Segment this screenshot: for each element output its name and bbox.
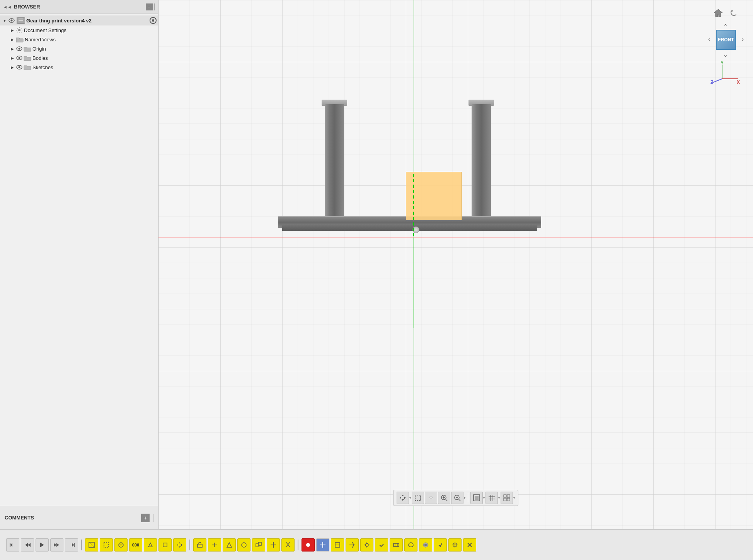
display-mode-btn[interactable]	[470, 492, 483, 504]
anim-tool-17-btn[interactable]	[360, 538, 373, 552]
anim-tool-3-btn[interactable]	[114, 538, 128, 552]
undo-btn[interactable]	[728, 8, 739, 20]
tree-item-document-settings[interactable]: ▶ Document Settings	[0, 25, 158, 35]
zoom-fit-dropdown[interactable]: ▾	[464, 496, 465, 500]
anim-play-btn[interactable]	[36, 538, 49, 552]
anim-tool-counter-btn[interactable]: 000	[129, 538, 142, 552]
zoom-btn[interactable]	[438, 492, 450, 504]
svg-marker-56	[148, 543, 152, 547]
display-mode-dropdown[interactable]: ▾	[483, 496, 485, 500]
viewport[interactable]: FRONT ‹ › ⌃ ⌄ Y	[158, 0, 753, 529]
anim-tool-2-btn[interactable]	[100, 538, 113, 552]
comments-separator	[153, 514, 153, 522]
cube-arrow-down[interactable]: ⌄	[723, 51, 728, 58]
anim-record-btn[interactable]	[302, 538, 315, 552]
anim-tool-20-btn[interactable]	[404, 538, 417, 552]
eye-icon-origin[interactable]	[15, 46, 23, 52]
home-btn[interactable]	[713, 8, 724, 20]
anim-tool-10-btn[interactable]	[223, 538, 236, 552]
anim-tool-18-btn[interactable]	[375, 538, 388, 552]
anim-next-btn[interactable]	[50, 538, 63, 552]
axis-svg: Y Z X	[710, 61, 741, 85]
svg-marker-44	[28, 543, 31, 547]
anim-tool-15-btn[interactable]	[331, 538, 344, 552]
comments-add-btn[interactable]: +	[141, 514, 150, 522]
root-item-row[interactable]: ▼ Gear thng print version4 v2	[0, 15, 158, 25]
browser-actions: –	[146, 3, 155, 10]
base-bottom	[282, 224, 537, 231]
svg-point-1	[11, 20, 13, 22]
anim-tool-blue1-btn[interactable]	[316, 538, 329, 552]
cube-arrow-up[interactable]: ⌃	[723, 23, 728, 30]
anim-tool-13-btn[interactable]	[267, 538, 280, 552]
transform-btn[interactable]	[397, 492, 409, 504]
root-label: Gear thng print version4 v2	[26, 18, 150, 24]
svg-rect-32	[475, 496, 479, 500]
cube-arrow-left[interactable]: ‹	[708, 36, 710, 43]
anim-go-start-btn[interactable]	[6, 538, 19, 552]
eye-icon-bodies[interactable]	[15, 55, 23, 61]
origin-dot	[412, 226, 419, 233]
anim-tool-select-btn[interactable]	[85, 538, 98, 552]
cube-face-front[interactable]: FRONT	[716, 30, 736, 50]
view-cube-body: FRONT ‹ › ⌃ ⌄	[707, 21, 745, 60]
box-select-btn[interactable]	[412, 492, 424, 504]
cube-arrow-right[interactable]: ›	[742, 36, 744, 43]
tree-item-named-views[interactable]: ▶ Named Views	[0, 35, 158, 44]
svg-marker-45	[40, 543, 44, 547]
folder-icon-sketches	[23, 64, 32, 71]
tree-item-sketches[interactable]: ▶ Sketches	[0, 63, 158, 72]
main-area: ◄◄ BROWSER – ▼	[0, 0, 753, 529]
anim-tool-6-btn[interactable]	[158, 538, 172, 552]
transform-btn-group: ▾	[397, 492, 411, 504]
grid-background	[158, 0, 753, 529]
root-eye-icon[interactable]	[8, 17, 15, 24]
anim-tool-23-btn[interactable]	[448, 538, 462, 552]
grid-btn[interactable]	[486, 492, 498, 504]
grid-dropdown[interactable]: ▾	[498, 496, 500, 500]
anim-tool-5-btn[interactable]	[144, 538, 157, 552]
anim-tool-22-btn[interactable]	[434, 538, 447, 552]
root-expand-btn[interactable]: ▼	[2, 17, 8, 24]
anim-tool-19-btn[interactable]	[390, 538, 403, 552]
anim-tool-12-btn[interactable]	[252, 538, 265, 552]
svg-point-74	[424, 544, 427, 546]
item-label-bodies: Bodies	[32, 55, 48, 61]
browser-minimize-btn[interactable]: –	[146, 3, 153, 10]
svg-point-62	[306, 543, 310, 547]
svg-point-7	[19, 48, 20, 50]
transform-dropdown-arrow[interactable]: ▾	[409, 496, 411, 500]
grid-group: ▾	[486, 492, 500, 504]
anim-tool-14-btn[interactable]	[281, 538, 295, 552]
anim-tool-21-btn[interactable]	[419, 538, 432, 552]
expand-btn-origin[interactable]: ▶	[9, 46, 15, 52]
svg-text:Z: Z	[710, 80, 713, 85]
anim-tool-24-btn[interactable]	[463, 538, 476, 552]
toolbar-sep-1	[468, 493, 468, 502]
anim-tool-9-btn[interactable]	[208, 538, 221, 552]
axis-vertical	[414, 0, 414, 529]
folder-icon-origin	[23, 45, 32, 52]
pan-btn[interactable]	[425, 492, 437, 504]
browser-collapse-btn[interactable]: ◄◄	[3, 5, 12, 9]
expand-btn-named-views[interactable]: ▶	[9, 36, 15, 42]
expand-btn-document-settings[interactable]: ▶	[9, 27, 15, 33]
svg-marker-43	[25, 543, 28, 547]
anim-tool-11-btn[interactable]	[237, 538, 250, 552]
zoom-fit-btn[interactable]	[451, 492, 463, 504]
expand-btn-bodies[interactable]: ▶	[9, 55, 15, 61]
svg-line-29	[459, 499, 460, 501]
layout-btn[interactable]	[501, 492, 513, 504]
tree-item-origin[interactable]: ▶ Origin	[0, 44, 158, 53]
tree-item-bodies[interactable]: ▶ Bodies	[0, 53, 158, 63]
anim-prev-btn[interactable]	[21, 538, 34, 552]
anim-go-end-btn[interactable]	[65, 538, 78, 552]
anim-tool-8-btn[interactable]	[193, 538, 206, 552]
target-icon[interactable]	[150, 17, 157, 24]
anim-tool-16-btn[interactable]	[346, 538, 359, 552]
expand-btn-sketches[interactable]: ▶	[9, 64, 15, 70]
anim-tool-move-btn[interactable]	[173, 538, 186, 552]
svg-rect-3	[19, 19, 23, 19]
eye-icon-sketches[interactable]	[15, 64, 23, 70]
layout-dropdown[interactable]: ▾	[513, 496, 515, 500]
